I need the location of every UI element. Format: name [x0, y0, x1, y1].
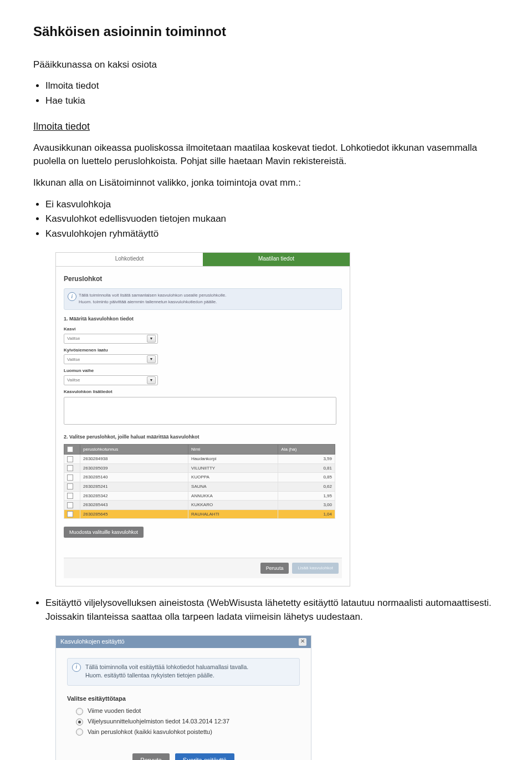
intro-text: Pääikkunassa on kaksi osiota — [33, 58, 499, 72]
page-title: Sähköisen asioinnin toiminnot — [33, 22, 499, 42]
info-text: Tällä toiminnolla voit lisätä samanlaise… — [79, 292, 337, 299]
cell-tunnus: 2630285140 — [80, 473, 188, 482]
radio-icon — [76, 728, 83, 736]
lisatiedot-textarea[interactable] — [64, 397, 336, 425]
select-value: Valitse — [67, 335, 80, 342]
step-2-label: 2. Valitse peruslohkot, joille haluat mä… — [64, 433, 342, 441]
col-tunnus: peruslohkotunnus — [80, 444, 188, 455]
col-check — [64, 444, 80, 455]
info-text: Tällä toiminnolla voit esitäyttää lohkot… — [85, 663, 294, 671]
tab-lohkotiedot[interactable]: Lohkotiedot — [56, 253, 203, 266]
list-item: Kasvulohkot edellisvuoden tietojen mukaa… — [45, 212, 499, 226]
chevron-down-icon: ▼ — [147, 376, 156, 384]
row-checkbox[interactable] — [67, 493, 73, 499]
table-row[interactable]: 2630285443KUKKARO3,00 — [64, 501, 335, 510]
dialog-title: Kasvulohkojen esitäyttö — [60, 637, 125, 646]
select-value: Valitse — [67, 356, 80, 363]
cell-tunnus: 2630285645 — [80, 509, 188, 519]
cell-nimi: KUOPPA — [188, 473, 278, 482]
info-text: Huom. esitäyttö tallentaa nykyisten tiet… — [85, 671, 294, 680]
step-1-label: 1. Määritä kasvulohkon tiedot — [64, 315, 342, 323]
paragraph: Avausikkunan oikeassa puoliskossa ilmoit… — [33, 141, 499, 169]
info-box: i Tällä toiminnolla voit lisätä samanlai… — [64, 288, 342, 310]
muodosta-button[interactable]: Muodosta valituille kasvulohkot — [64, 527, 144, 538]
cell-ala: 1,95 — [278, 491, 335, 501]
table-row[interactable]: 2630285241SAUNA0,62 — [64, 482, 335, 492]
table-row[interactable]: 2630284938Haudankorpi3,59 — [64, 455, 335, 464]
cell-tunnus: 2630285342 — [80, 491, 188, 501]
chevron-down-icon: ▼ — [147, 355, 156, 363]
row-checkbox[interactable] — [67, 502, 73, 508]
radio-option-1[interactable]: Viime vuoden tiedot — [76, 707, 300, 716]
field-label-kylvo: Kylvösiemenen laatu — [64, 347, 342, 354]
cell-ala: 0,85 — [278, 473, 335, 482]
radio-icon — [76, 718, 83, 726]
peruslohkot-table: peruslohkotunnus Nimi Ala (ha) 263028493… — [64, 444, 335, 519]
list-item: Esitäyttö viljelysovelluksen aineistosta… — [45, 596, 499, 624]
chevron-down-icon: ▼ — [147, 335, 156, 343]
btn-line1: Lisää — [298, 566, 308, 571]
cell-nimi: VILUNIITTY — [188, 463, 278, 473]
cell-tunnus: 2630285039 — [80, 463, 188, 473]
list-item: Kasvulohkojen ryhmätäyttö — [45, 227, 499, 241]
cell-tunnus: 2630285241 — [80, 482, 188, 492]
radio-option-2[interactable]: Viljelysuunnitteluohjelmiston tiedot 14.… — [76, 717, 300, 726]
radio-label: Viime vuoden tiedot — [88, 707, 141, 716]
checkbox-all[interactable] — [67, 446, 73, 452]
radio-icon — [76, 708, 83, 715]
field-label-lisatiedot: Kasvulohkon lisätiedot — [64, 389, 342, 395]
cell-nimi: Haudankorpi — [188, 455, 278, 464]
row-checkbox[interactable] — [67, 465, 73, 471]
cell-tunnus: 2630284938 — [80, 455, 188, 464]
dialog-footer: Peruuta Suorita esitäyttö — [67, 753, 300, 760]
cell-nimi: SAUNA — [188, 482, 278, 492]
table-row[interactable]: 2630285342ANNUKKA1,95 — [64, 491, 335, 501]
cell-ala: 3,00 — [278, 501, 335, 510]
cell-nimi: RAUHALAHTI — [188, 509, 278, 519]
after-shot1-bullets: Esitäyttö viljelysovelluksen aineistosta… — [45, 596, 499, 624]
table-row[interactable]: 2630285140KUOPPA0,85 — [64, 473, 335, 482]
row-checkbox[interactable] — [67, 483, 73, 489]
peruuta-button[interactable]: Peruuta — [132, 753, 170, 760]
close-icon[interactable]: ✕ — [299, 638, 306, 646]
lisaa-kasvulohkot-button[interactable]: Lisää kasvulohkot — [292, 563, 339, 574]
select-value: Valitse — [67, 377, 80, 384]
sub-bullets: Ei kasvulohkoja Kasvulohkot edellisvuode… — [45, 198, 499, 241]
select-kasvi[interactable]: Valitse ▼ — [64, 334, 158, 344]
select-luomu[interactable]: Valitse ▼ — [64, 375, 158, 385]
select-kylvo[interactable]: Valitse ▼ — [64, 354, 158, 364]
footer-buttons: Peruuta Lisää kasvulohkot — [64, 558, 342, 578]
paragraph: Ikkunan alla on Lisätoiminnot valikko, j… — [33, 176, 499, 190]
peruuta-button[interactable]: Peruuta — [260, 563, 289, 574]
info-box: i Tällä toiminnolla voit esitäyttää lohk… — [67, 658, 300, 686]
field-label-luomu: Luomun vaihe — [64, 368, 342, 374]
radio-label: Viljelysuunnitteluohjelmiston tiedot 14.… — [88, 717, 229, 726]
screenshot-esitäyttö-dialog: Kasvulohkojen esitäyttö ✕ i Tällä toimin… — [55, 635, 311, 760]
cell-ala: 1,04 — [278, 509, 335, 519]
table-row[interactable]: 2630285039VILUNIITTY0,81 — [64, 463, 335, 473]
list-item: Hae tukia — [45, 94, 499, 108]
cell-nimi: ANNUKKA — [188, 491, 278, 501]
info-icon: i — [72, 663, 81, 672]
cell-nimi: KUKKARO — [188, 501, 278, 510]
radio-option-3[interactable]: Vain peruslohkot (kaikki kasvulohkot poi… — [76, 728, 300, 737]
table-row[interactable]: 2630285645RAUHALAHTI1,04 — [64, 509, 335, 519]
dialog-titlebar: Kasvulohkojen esitäyttö ✕ — [56, 636, 311, 648]
list-item: Ilmoita tiedot — [45, 79, 499, 93]
info-icon: i — [68, 292, 76, 301]
row-checkbox[interactable] — [67, 456, 73, 462]
cell-ala: 0,62 — [278, 482, 335, 492]
main-bullets: Ilmoita tiedot Hae tukia — [45, 79, 499, 108]
field-label-kasvi: Kasvi — [64, 326, 342, 333]
row-checkbox[interactable] — [67, 511, 73, 517]
info-text: Huom. toiminto päivittää aiemmin tallenn… — [79, 299, 337, 305]
cell-ala: 3,59 — [278, 455, 335, 464]
suorita-esitäyttö-button[interactable]: Suorita esitäyttö — [175, 753, 234, 760]
row-checkbox[interactable] — [67, 475, 73, 481]
cell-ala: 0,81 — [278, 463, 335, 473]
section-title: Ilmoita tiedot — [33, 119, 499, 134]
screenshot-peruslohkot: Lohkotiedot Maatilan tiedot Peruslohkot … — [55, 252, 350, 587]
tab-maatilan-tiedot[interactable]: Maatilan tiedot — [203, 253, 350, 266]
cell-tunnus: 2630285443 — [80, 501, 188, 510]
col-nimi: Nimi — [188, 444, 278, 455]
